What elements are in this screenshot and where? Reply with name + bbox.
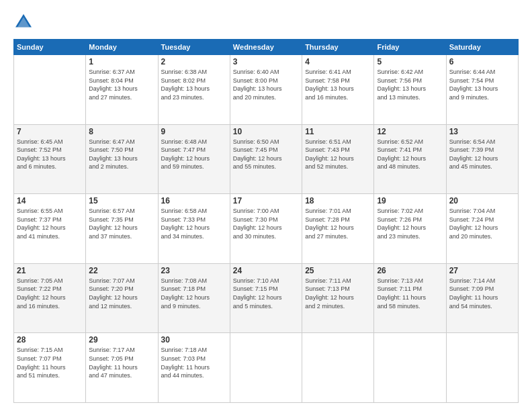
page: SundayMondayTuesdayWednesdayThursdayFrid… bbox=[0, 0, 532, 411]
day-number: 20 bbox=[449, 196, 515, 205]
day-number: 1 bbox=[89, 57, 154, 66]
day-info: Sunrise: 6:38 AM Sunset: 8:02 PM Dayligh… bbox=[161, 68, 227, 101]
day-info: Sunrise: 6:58 AM Sunset: 7:33 PM Dayligh… bbox=[161, 207, 227, 240]
calendar-cell: 11Sunrise: 6:51 AM Sunset: 7:43 PM Dayli… bbox=[302, 124, 374, 194]
day-info: Sunrise: 7:02 AM Sunset: 7:26 PM Dayligh… bbox=[377, 207, 443, 240]
week-row-2: 7Sunrise: 6:45 AM Sunset: 7:52 PM Daylig… bbox=[14, 124, 519, 194]
calendar-cell: 14Sunrise: 6:55 AM Sunset: 7:37 PM Dayli… bbox=[14, 194, 86, 264]
day-number: 6 bbox=[449, 57, 515, 66]
day-number: 18 bbox=[305, 196, 371, 205]
day-number: 16 bbox=[161, 196, 227, 205]
day-number: 19 bbox=[377, 196, 443, 205]
calendar-cell: 16Sunrise: 6:58 AM Sunset: 7:33 PM Dayli… bbox=[158, 194, 230, 264]
calendar-cell: 2Sunrise: 6:38 AM Sunset: 8:02 PM Daylig… bbox=[158, 55, 230, 125]
calendar-cell: 22Sunrise: 7:07 AM Sunset: 7:20 PM Dayli… bbox=[86, 263, 158, 333]
day-number: 14 bbox=[17, 196, 83, 205]
day-number: 5 bbox=[377, 57, 443, 66]
day-number: 28 bbox=[17, 335, 83, 345]
weekday-header-wednesday: Wednesday bbox=[230, 40, 302, 55]
day-number: 25 bbox=[305, 266, 371, 275]
calendar-cell: 15Sunrise: 6:57 AM Sunset: 7:35 PM Dayli… bbox=[86, 194, 158, 264]
day-info: Sunrise: 7:17 AM Sunset: 7:05 PM Dayligh… bbox=[89, 346, 154, 379]
calendar-cell: 10Sunrise: 6:50 AM Sunset: 7:45 PM Dayli… bbox=[230, 124, 302, 194]
day-number: 15 bbox=[89, 196, 154, 205]
day-number: 12 bbox=[377, 127, 443, 136]
calendar-cell bbox=[302, 333, 374, 403]
day-number: 2 bbox=[161, 57, 227, 66]
day-number: 27 bbox=[449, 266, 515, 275]
calendar-cell: 26Sunrise: 7:13 AM Sunset: 7:11 PM Dayli… bbox=[374, 263, 446, 333]
day-info: Sunrise: 6:57 AM Sunset: 7:35 PM Dayligh… bbox=[89, 207, 154, 240]
calendar-cell: 13Sunrise: 6:54 AM Sunset: 7:39 PM Dayli… bbox=[446, 124, 518, 194]
calendar-cell bbox=[14, 55, 86, 125]
logo bbox=[13, 12, 36, 32]
day-info: Sunrise: 6:44 AM Sunset: 7:54 PM Dayligh… bbox=[449, 68, 515, 101]
day-info: Sunrise: 6:48 AM Sunset: 7:47 PM Dayligh… bbox=[161, 138, 227, 171]
day-info: Sunrise: 7:10 AM Sunset: 7:15 PM Dayligh… bbox=[233, 277, 299, 310]
day-info: Sunrise: 7:01 AM Sunset: 7:28 PM Dayligh… bbox=[305, 207, 371, 240]
day-info: Sunrise: 7:05 AM Sunset: 7:22 PM Dayligh… bbox=[17, 277, 83, 310]
weekday-header-friday: Friday bbox=[374, 40, 446, 55]
week-row-5: 28Sunrise: 7:15 AM Sunset: 7:07 PM Dayli… bbox=[14, 333, 519, 403]
day-info: Sunrise: 6:50 AM Sunset: 7:45 PM Dayligh… bbox=[233, 138, 299, 171]
calendar-cell: 29Sunrise: 7:17 AM Sunset: 7:05 PM Dayli… bbox=[86, 333, 158, 403]
week-row-4: 21Sunrise: 7:05 AM Sunset: 7:22 PM Dayli… bbox=[14, 263, 519, 333]
weekday-header-sunday: Sunday bbox=[14, 40, 86, 55]
day-number: 10 bbox=[233, 127, 299, 136]
week-row-3: 14Sunrise: 6:55 AM Sunset: 7:37 PM Dayli… bbox=[14, 194, 519, 264]
calendar-cell: 3Sunrise: 6:40 AM Sunset: 8:00 PM Daylig… bbox=[230, 55, 302, 125]
day-number: 23 bbox=[161, 266, 227, 275]
weekday-header-thursday: Thursday bbox=[302, 40, 374, 55]
calendar-cell: 28Sunrise: 7:15 AM Sunset: 7:07 PM Dayli… bbox=[14, 333, 86, 403]
calendar-cell: 18Sunrise: 7:01 AM Sunset: 7:28 PM Dayli… bbox=[302, 194, 374, 264]
day-number: 3 bbox=[233, 57, 299, 66]
weekday-header-saturday: Saturday bbox=[446, 40, 518, 55]
day-number: 7 bbox=[17, 127, 83, 136]
calendar-cell: 23Sunrise: 7:08 AM Sunset: 7:18 PM Dayli… bbox=[158, 263, 230, 333]
day-info: Sunrise: 7:11 AM Sunset: 7:13 PM Dayligh… bbox=[305, 277, 371, 310]
calendar-cell: 21Sunrise: 7:05 AM Sunset: 7:22 PM Dayli… bbox=[14, 263, 86, 333]
week-row-1: 1Sunrise: 6:37 AM Sunset: 8:04 PM Daylig… bbox=[14, 55, 519, 125]
logo-icon bbox=[13, 12, 34, 32]
day-number: 17 bbox=[233, 196, 299, 205]
header bbox=[13, 12, 519, 32]
day-info: Sunrise: 7:07 AM Sunset: 7:20 PM Dayligh… bbox=[89, 277, 154, 310]
day-number: 26 bbox=[377, 266, 443, 275]
day-info: Sunrise: 7:08 AM Sunset: 7:18 PM Dayligh… bbox=[161, 277, 227, 310]
calendar-cell: 20Sunrise: 7:04 AM Sunset: 7:24 PM Dayli… bbox=[446, 194, 518, 264]
day-info: Sunrise: 6:40 AM Sunset: 8:00 PM Dayligh… bbox=[233, 68, 299, 101]
weekday-header-tuesday: Tuesday bbox=[158, 40, 230, 55]
calendar-cell: 27Sunrise: 7:14 AM Sunset: 7:09 PM Dayli… bbox=[446, 263, 518, 333]
day-info: Sunrise: 7:00 AM Sunset: 7:30 PM Dayligh… bbox=[233, 207, 299, 240]
calendar-cell: 6Sunrise: 6:44 AM Sunset: 7:54 PM Daylig… bbox=[446, 55, 518, 125]
calendar-cell: 8Sunrise: 6:47 AM Sunset: 7:50 PM Daylig… bbox=[86, 124, 158, 194]
day-number: 29 bbox=[89, 335, 154, 345]
day-info: Sunrise: 7:04 AM Sunset: 7:24 PM Dayligh… bbox=[449, 207, 515, 240]
calendar-cell: 17Sunrise: 7:00 AM Sunset: 7:30 PM Dayli… bbox=[230, 194, 302, 264]
weekday-header-monday: Monday bbox=[86, 40, 158, 55]
day-number: 24 bbox=[233, 266, 299, 275]
day-info: Sunrise: 7:14 AM Sunset: 7:09 PM Dayligh… bbox=[449, 277, 515, 310]
day-number: 22 bbox=[89, 266, 154, 275]
calendar-cell: 24Sunrise: 7:10 AM Sunset: 7:15 PM Dayli… bbox=[230, 263, 302, 333]
day-info: Sunrise: 7:15 AM Sunset: 7:07 PM Dayligh… bbox=[17, 346, 83, 379]
calendar-cell: 19Sunrise: 7:02 AM Sunset: 7:26 PM Dayli… bbox=[374, 194, 446, 264]
day-info: Sunrise: 7:13 AM Sunset: 7:11 PM Dayligh… bbox=[377, 277, 443, 310]
calendar-cell: 4Sunrise: 6:41 AM Sunset: 7:58 PM Daylig… bbox=[302, 55, 374, 125]
calendar-cell: 5Sunrise: 6:42 AM Sunset: 7:56 PM Daylig… bbox=[374, 55, 446, 125]
weekday-header-row: SundayMondayTuesdayWednesdayThursdayFrid… bbox=[14, 40, 519, 55]
day-info: Sunrise: 6:37 AM Sunset: 8:04 PM Dayligh… bbox=[89, 68, 154, 101]
day-info: Sunrise: 6:42 AM Sunset: 7:56 PM Dayligh… bbox=[377, 68, 443, 101]
calendar-cell: 1Sunrise: 6:37 AM Sunset: 8:04 PM Daylig… bbox=[86, 55, 158, 125]
day-info: Sunrise: 6:54 AM Sunset: 7:39 PM Dayligh… bbox=[449, 138, 515, 171]
calendar-cell: 30Sunrise: 7:18 AM Sunset: 7:03 PM Dayli… bbox=[158, 333, 230, 403]
day-info: Sunrise: 6:47 AM Sunset: 7:50 PM Dayligh… bbox=[89, 138, 154, 171]
calendar-cell: 9Sunrise: 6:48 AM Sunset: 7:47 PM Daylig… bbox=[158, 124, 230, 194]
day-number: 13 bbox=[449, 127, 515, 136]
day-info: Sunrise: 6:55 AM Sunset: 7:37 PM Dayligh… bbox=[17, 207, 83, 240]
day-number: 4 bbox=[305, 57, 371, 66]
day-number: 21 bbox=[17, 266, 83, 275]
day-info: Sunrise: 6:41 AM Sunset: 7:58 PM Dayligh… bbox=[305, 68, 371, 101]
day-info: Sunrise: 6:51 AM Sunset: 7:43 PM Dayligh… bbox=[305, 138, 371, 171]
calendar-cell: 12Sunrise: 6:52 AM Sunset: 7:41 PM Dayli… bbox=[374, 124, 446, 194]
